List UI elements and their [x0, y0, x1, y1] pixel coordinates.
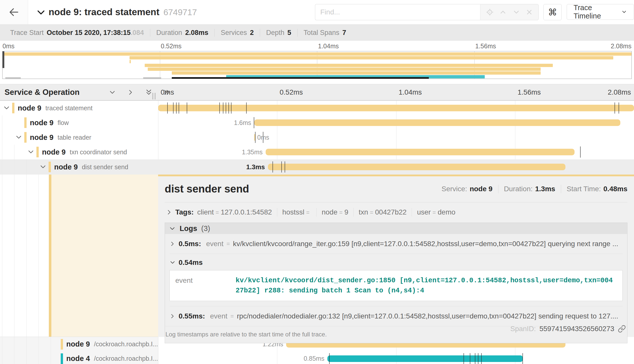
minimap-tick-label: 0.52ms [161, 42, 182, 50]
minimap-scrub-mark[interactable] [5, 77, 21, 79]
back-button[interactable] [0, 0, 28, 24]
command-icon: ⌘ [548, 7, 557, 17]
minimap-span [130, 56, 613, 59]
minimap-span [172, 71, 541, 75]
start-time-value: 0.48ms [603, 185, 627, 193]
span-color-swatch [49, 162, 51, 172]
logs-header[interactable]: Logs (3) [165, 223, 627, 234]
log-marker [226, 102, 226, 114]
span-bar[interactable] [327, 355, 523, 362]
minimap-range-handle[interactable] [3, 51, 4, 68]
tag-pair: client=127.0.0.1:54582 [197, 208, 272, 216]
next-result-icon[interactable] [512, 8, 520, 16]
span-row[interactable]: node 9table reader0ms [0, 130, 634, 145]
indent-guide [26, 175, 27, 337]
indent-guide [2, 351, 2, 364]
selected-span-gutter [49, 175, 158, 337]
top-bar: node 9: traced statement 6749717 ⌘ Trace… [0, 0, 634, 25]
log-marker [167, 102, 168, 114]
collapse-trace-chevron[interactable] [36, 8, 46, 18]
clear-search-icon[interactable] [525, 8, 533, 16]
keyboard-shortcuts-button[interactable]: ⌘ [543, 4, 562, 20]
minimap-scrub-mark[interactable] [143, 77, 161, 79]
indent-guide [2, 130, 2, 145]
chevron-down-icon[interactable] [27, 148, 34, 156]
span-name: node 4/cockroach.roachpb.I... [66, 351, 158, 364]
span-bar[interactable] [254, 119, 620, 126]
span-operation: dist sender send [82, 163, 128, 171]
link-icon[interactable] [618, 325, 626, 333]
span-name-cell[interactable]: node 9dist sender send [0, 159, 158, 175]
page-title: node 9: traced statement 6749717 [49, 0, 197, 24]
span-service: node 9 [66, 340, 90, 348]
find-input[interactable] [315, 4, 480, 20]
span-name-cell[interactable]: node 9txn coordinator send [0, 145, 158, 159]
tag-separator [353, 208, 354, 217]
tag-separator [412, 208, 412, 217]
log-marker [187, 102, 187, 114]
log-marker [329, 353, 330, 364]
span-service: node 9 [42, 148, 66, 156]
span-name: node 9table reader [30, 130, 91, 145]
span-row[interactable]: node 9dist sender send1.3ms [0, 159, 634, 175]
span-bar[interactable] [266, 149, 575, 155]
minimap-span [145, 64, 553, 67]
duration-label: Duration: [504, 185, 533, 193]
trace-start: Trace Start October 15 2020, 17:38:15.08… [4, 29, 150, 37]
chevron-down-icon[interactable] [3, 104, 10, 112]
find-tools [480, 4, 539, 20]
span-name-cell[interactable]: node 4/cockroach.roachpb.I... [0, 351, 158, 364]
log-marker [179, 102, 179, 114]
minimap-tick-labels: 0ms0.52ms1.04ms1.56ms2.08ms [0, 42, 634, 51]
span-row[interactable]: node 9flow1.6ms [0, 115, 634, 130]
span-name-cell[interactable]: node 9/cockroach.roachpb.I... [0, 337, 158, 351]
tag-pair: user=demo [417, 208, 455, 216]
chevron-right-icon [170, 313, 176, 319]
span-name-cell[interactable]: node 9flow [0, 115, 158, 130]
find-group [315, 4, 539, 20]
log-entry-expanded: 0.54mseventkv/kvclient/kvcoord/dist_send… [170, 254, 623, 306]
log-entry-collapsed[interactable]: 0.55ms:event=rpc/nodedialer/nodedialer.g… [170, 306, 623, 326]
log-marker [475, 353, 475, 364]
span-service: node 4 [66, 354, 90, 363]
span-service: node 9 [30, 119, 53, 127]
span-bar[interactable] [158, 105, 634, 111]
indent-guide [2, 175, 2, 337]
log-marker [580, 146, 581, 158]
log-marker [173, 102, 174, 114]
indent-guide [2, 159, 2, 175]
logs-body: 0.5ms:event=kv/kvclient/kvcoord/range_it… [165, 234, 627, 326]
span-operation: /cockroach.roachpb.I... [94, 340, 158, 348]
trace-view-selector[interactable]: Trace Timeline [567, 4, 634, 20]
minimap[interactable] [2, 51, 632, 79]
locate-icon[interactable] [486, 8, 494, 16]
span-color-swatch [61, 339, 63, 350]
span-row[interactable]: node 4/cockroach.roachpb.I...0.85ms [0, 351, 634, 364]
indent-guide [14, 337, 14, 351]
service-label: Service: [441, 185, 467, 193]
logs-count: (3) [201, 224, 210, 233]
chevron-down-icon[interactable] [15, 134, 22, 141]
span-duration-label: 1.3ms [246, 159, 265, 175]
log-field-key: event [206, 240, 224, 248]
tags-row[interactable]: Tags: client=127.0.0.1:54582hostssl=node… [166, 208, 627, 217]
logs-label: Logs [180, 224, 197, 233]
indent-guide [14, 159, 14, 175]
span-name-cell[interactable]: node 9table reader [0, 130, 158, 145]
indent-guide [14, 351, 14, 364]
chevron-right-icon [170, 241, 176, 247]
log-marker [246, 102, 247, 114]
span-row[interactable]: node 9txn coordinator send1.35ms [0, 145, 634, 159]
span-row[interactable]: node 9traced statement [0, 101, 634, 115]
minimap-scrubber[interactable] [172, 77, 429, 79]
log-entry-collapsed[interactable]: 0.5ms:event=kv/kvclient/kvcoord/range_it… [170, 234, 623, 254]
log-expanded-header[interactable]: 0.54ms [170, 256, 623, 269]
span-detail-panel: dist sender send Service: node 9 Duratio… [158, 175, 634, 337]
span-name-cell[interactable]: node 9traced statement [0, 101, 158, 115]
chevron-down-icon[interactable] [39, 163, 47, 170]
log-timestamp: 0.55ms: [179, 312, 205, 320]
view-selector-label: Trace Timeline [574, 4, 617, 20]
service-value: node 9 [470, 185, 492, 193]
prev-result-icon[interactable] [499, 8, 507, 16]
span-bar[interactable] [268, 164, 565, 170]
